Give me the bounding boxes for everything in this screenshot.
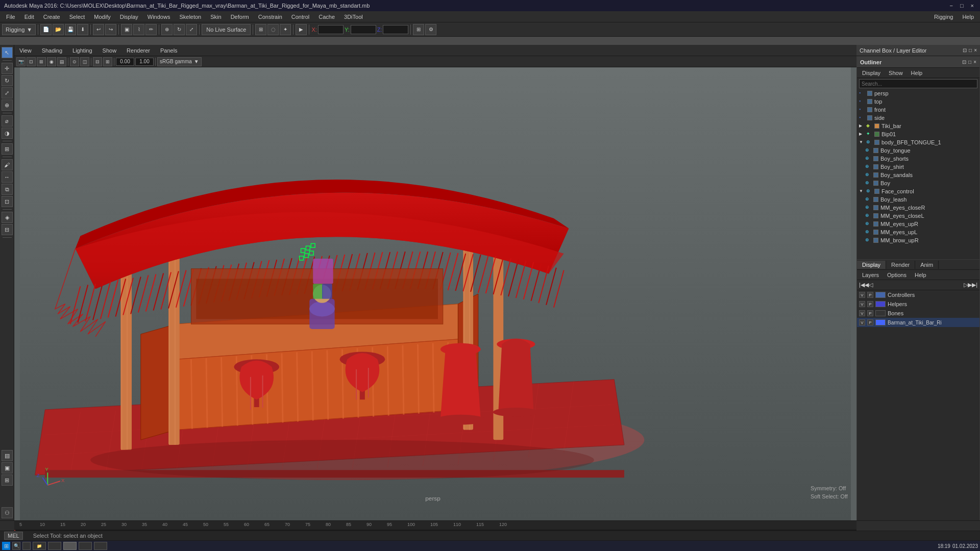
expand-face-btn[interactable]: ▼ (859, 189, 864, 194)
new-scene-btn[interactable]: 📄 (40, 24, 52, 35)
grid-btn[interactable]: ⊞ (413, 24, 424, 35)
window-controls[interactable]: − □ × (947, 3, 976, 9)
layer-row-bones[interactable]: V P Bones (857, 309, 979, 318)
tab-render[interactable]: Render (886, 261, 915, 269)
menu-file[interactable]: File (2, 13, 19, 21)
scale-btn[interactable]: ⤢ (186, 24, 197, 35)
menu-windows[interactable]: Windows (143, 13, 175, 21)
settings-btn[interactable]: ⚙ (425, 24, 436, 35)
layer-color-bones[interactable] (875, 310, 886, 316)
menu-rigging[interactable]: Rigging (930, 13, 957, 21)
sub-tab-help[interactable]: Help (912, 271, 929, 279)
render-btn[interactable]: ▶ (296, 24, 307, 35)
vp-frame-all-btn[interactable]: ⊡ (27, 57, 36, 66)
vp-shaded-btn[interactable]: ◉ (47, 57, 56, 66)
select-tool[interactable]: ↖ (2, 47, 13, 58)
vp-isolate-btn[interactable]: ⊙ (70, 57, 79, 66)
expand-bip01-btn[interactable]: ▶ (859, 132, 864, 137)
layer-vp-helpers[interactable]: V (859, 301, 865, 307)
render-layer-btn[interactable]: ▣ (2, 462, 13, 473)
char-control-btn[interactable]: ⚇ (2, 507, 13, 518)
rotate-tool[interactable]: ↻ (2, 75, 13, 86)
mel-label[interactable]: MEL (4, 532, 23, 540)
menu-3ditool[interactable]: 3DiTool (340, 13, 367, 21)
outliner-item-eyes-closer[interactable]: ⊕ MM_eyes_closeR (857, 204, 979, 212)
expand-tiki-bar-btn[interactable]: ▶ (859, 123, 864, 129)
menu-deform[interactable]: Deform (227, 13, 253, 21)
layer-prev-prev-btn[interactable]: |◀ (859, 282, 865, 288)
scene-viewport[interactable]: X Y Z persp Symmetry: Off Soft Select: O… (14, 67, 856, 520)
layer-color-ctrl[interactable] (875, 292, 886, 298)
layer-rp-barman[interactable]: P (867, 319, 873, 325)
cb-expand-btn[interactable]: □ (969, 47, 972, 53)
menu-constrain[interactable]: Constrain (254, 13, 286, 21)
layer-row-barman[interactable]: V P Barman_at_Tiki_Bar_Ri (857, 318, 979, 327)
vp-menu-view[interactable]: View (16, 46, 35, 55)
live-surface-btn[interactable]: No Live Surface (202, 24, 251, 35)
layer-vp-barman[interactable]: V (859, 319, 865, 325)
outliner-expand-btn[interactable]: □ (968, 59, 971, 65)
menu-create[interactable]: Create (39, 13, 64, 21)
sub-tab-options[interactable]: Options (884, 271, 910, 279)
anim-layer-btn[interactable]: ⊞ (2, 474, 13, 486)
outliner-item-eyes-upr[interactable]: ⊕ MM_eyes_upR (857, 220, 979, 228)
select-tool-btn[interactable]: ▣ (121, 24, 132, 35)
outliner-item-bip01[interactable]: ▶ ✦ Bip01 (857, 130, 979, 138)
copy-skin-tool[interactable]: ⧉ (2, 184, 13, 195)
menu-skeleton[interactable]: Skeleton (175, 13, 205, 21)
menu-skin[interactable]: Skin (206, 13, 225, 21)
file-explorer-btn[interactable]: 📁 (33, 542, 46, 550)
outliner-controls[interactable]: ⊡ □ × (962, 59, 976, 65)
menu-cache[interactable]: Cache (314, 13, 339, 21)
outliner-item-eyes-closel[interactable]: ⊕ MM_eyes_closeL (857, 212, 979, 220)
y-field[interactable] (351, 25, 376, 34)
rotate-btn[interactable]: ↻ (174, 24, 185, 35)
outliner-item-boy[interactable]: ⊕ Boy (857, 179, 979, 187)
layer-rp-helpers[interactable]: P (867, 301, 873, 307)
sub-tab-layers[interactable]: Layers (859, 271, 882, 279)
vp-cam-btn[interactable]: 📷 (16, 57, 26, 66)
task-1[interactable] (48, 542, 61, 550)
mirror-skin-tool[interactable]: ↔ (2, 171, 13, 183)
outliner-item-side[interactable]: ▪ side (857, 114, 979, 122)
vp-texture-btn[interactable]: ▤ (57, 57, 66, 66)
maximize-btn[interactable]: □ (958, 3, 966, 9)
menu-select[interactable]: Select (65, 13, 89, 21)
menu-edit[interactable]: Edit (20, 13, 38, 21)
paint-sel-btn[interactable]: ✏ (145, 24, 157, 35)
menu-control[interactable]: Control (287, 13, 313, 21)
outliner-item-boy-sandals[interactable]: ⊕ Boy_sandals (857, 171, 979, 179)
lasso-tool-btn[interactable]: ⌇ (133, 24, 144, 35)
outliner-float-btn[interactable]: ⊡ (962, 59, 966, 65)
layer-color-helpers[interactable] (875, 301, 886, 307)
layer-row-helpers[interactable]: V P Helpers (857, 299, 979, 309)
layer-rp-ctrl[interactable]: P (867, 292, 873, 298)
undo-btn[interactable]: ↩ (93, 24, 104, 35)
universal-tool[interactable]: ⊕ (2, 99, 13, 111)
translate-tool[interactable]: ✛ (2, 63, 13, 74)
layer-vp-ctrl[interactable]: V (859, 292, 865, 298)
layer-rp-bones[interactable]: P (867, 310, 873, 316)
cluster-tool[interactable]: ◈ (2, 212, 13, 223)
expand-tongue-btn[interactable]: ▼ (859, 140, 864, 145)
outliner-item-eyes-upl[interactable]: ⊕ MM_eyes_upL (857, 228, 979, 236)
windows-start-btn[interactable]: ⊞ (2, 542, 10, 550)
outliner-item-persp[interactable]: ▪ persp (857, 89, 979, 97)
task-4[interactable] (94, 542, 107, 550)
snap-curve-btn[interactable]: ◌ (267, 24, 279, 35)
menu-display[interactable]: Display (116, 13, 142, 21)
open-scene-btn[interactable]: 📂 (53, 24, 64, 35)
outliner-item-boy-shorts[interactable]: ⊕ Boy_shorts (857, 155, 979, 163)
z-field[interactable] (383, 25, 408, 34)
redo-btn[interactable]: ↪ (105, 24, 116, 35)
gamma-dropdown[interactable]: sRGB gamma ▼ (157, 57, 202, 66)
outliner-item-face-control[interactable]: ▼ ⊕ Face_control (857, 187, 979, 195)
outliner-item-front[interactable]: ▪ front (857, 106, 979, 114)
outliner-item-tiki-bar[interactable]: ▶ ◆ Tiki_bar (857, 122, 979, 130)
vp-hud-btn[interactable]: ⊞ (103, 57, 112, 66)
close-btn[interactable]: × (969, 3, 976, 9)
menu-help[interactable]: Help (958, 13, 978, 21)
outliner-item-tongue-group[interactable]: ▼ ⊕ body_BFB_TONGUE_1 (857, 138, 979, 146)
outliner-menu-display[interactable]: Display (859, 69, 884, 77)
save-scene-btn[interactable]: 💾 (65, 24, 76, 35)
